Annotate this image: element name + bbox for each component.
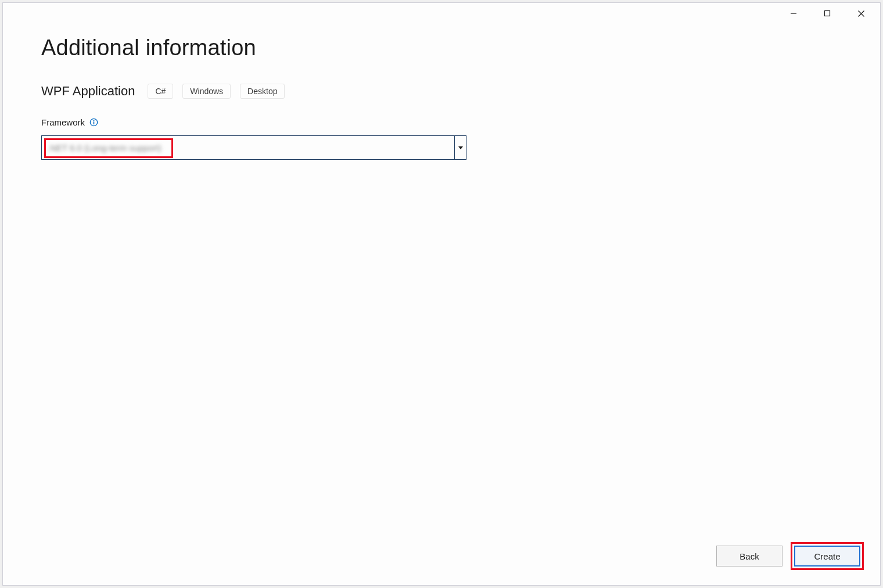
content-area: Additional information WPF Application C…	[3, 24, 880, 585]
svg-point-5	[93, 120, 94, 121]
minimize-button[interactable]	[777, 4, 810, 23]
tag-category: Desktop	[240, 84, 285, 99]
close-button[interactable]	[844, 4, 878, 23]
maximize-button[interactable]	[810, 4, 844, 23]
highlight-annotation-create: Create	[791, 542, 864, 570]
page-title: Additional information	[41, 35, 842, 60]
framework-label: Framework	[41, 117, 85, 127]
back-button[interactable]: Back	[716, 546, 783, 567]
framework-select-arrow[interactable]	[454, 136, 466, 159]
minimize-icon	[790, 10, 797, 17]
project-type-label: WPF Application	[41, 84, 135, 99]
svg-rect-6	[93, 121, 94, 124]
tag-platform: Windows	[182, 84, 231, 99]
chevron-down-icon	[458, 146, 463, 149]
framework-label-row: Framework	[41, 117, 842, 127]
framework-select[interactable]: .NET 6.0 (Long-term support)	[41, 135, 466, 160]
tag-language: C#	[148, 84, 173, 99]
footer-buttons: Back Create	[716, 542, 864, 570]
framework-select-value: .NET 6.0 (Long-term support)	[48, 143, 161, 153]
dialog-window: Additional information WPF Application C…	[2, 2, 881, 586]
subtitle-row: WPF Application C# Windows Desktop	[41, 84, 842, 99]
titlebar	[3, 3, 880, 24]
maximize-icon	[824, 10, 831, 17]
framework-select-text: .NET 6.0 (Long-term support)	[42, 136, 454, 159]
svg-marker-7	[458, 146, 463, 149]
info-icon[interactable]	[89, 118, 98, 127]
close-icon	[857, 10, 865, 17]
svg-rect-1	[825, 11, 830, 16]
create-button[interactable]: Create	[794, 546, 860, 567]
